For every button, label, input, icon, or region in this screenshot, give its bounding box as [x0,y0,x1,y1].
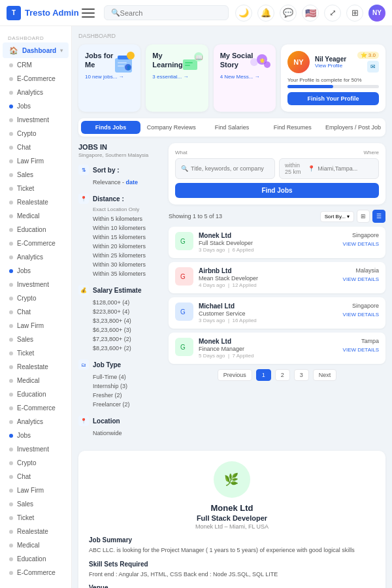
job-card[interactable]: G Airbnb Ltd Mean Stack Developer 4 Days… [169,262,385,293]
sidebar-item-ticket-2[interactable]: Ticket [3,346,69,360]
sidebar-item-analytics-1[interactable]: Analytics [3,86,69,99]
sidebar-item-analytics-3[interactable]: Analytics [3,415,69,429]
sidebar-item-education-2[interactable]: Education [3,387,69,401]
sidebar-item-sales-1[interactable]: Sales [3,168,69,182]
sidebar-item-jobs-1[interactable]: Jobs [3,99,69,113]
what-input[interactable] [191,165,269,172]
view-details-link[interactable]: VIEW DETAILS [343,241,379,247]
sidebar-item-jobs-2[interactable]: Jobs [3,264,69,278]
hamburger-button[interactable] [79,4,97,22]
where-input[interactable] [318,165,373,172]
salary-opt-6[interactable]: $8,23,600+ (2) [78,344,163,353]
sidebar-item-medical-2[interactable]: Medical [3,374,69,387]
find-jobs-button[interactable]: Find Jobs [175,183,379,198]
tab-find-salaries[interactable]: Find Salaries [203,121,262,134]
page-2-button[interactable]: 2 [275,369,290,381]
expand-button[interactable]: ⤢ [324,5,341,22]
search-box[interactable]: 🔍 [104,5,229,20]
user-avatar[interactable]: NY [368,5,385,22]
location-opt-1[interactable]: Nationwide [78,429,163,438]
sidebar-item-chat-2[interactable]: Chat [3,305,69,319]
sort-option-relevance[interactable]: Relevance - date [78,178,163,187]
salary-opt-4[interactable]: $6,23,600+ (3) [78,325,163,335]
sidebar-item-education-1[interactable]: Education [3,223,69,237]
sidebar-item-chat-1[interactable]: Chat [3,140,69,154]
tab-finds-jobs[interactable]: Finds Jobs [81,121,140,134]
jobtype-opt-1[interactable]: Full-Time (4) [78,372,163,382]
sidebar-item-crypto-1[interactable]: Crypto [3,127,69,140]
sidebar-item-crypto-2[interactable]: Crypto [3,291,69,305]
list-view-button[interactable]: ☰ [372,210,385,223]
distance-opt-5[interactable]: Within 25 kilometers [78,251,163,260]
sidebar-item-lawfirm-2[interactable]: Law Firm [3,319,69,333]
my-social-story-card[interactable]: My Social Story 4 New Mess... → 🌟 [214,44,276,112]
job-card[interactable]: G Michael Ltd Customer Service 3 Days ag… [169,297,385,329]
sidebar-item-investment-1[interactable]: Investment [3,113,69,127]
page-1-button[interactable]: 1 [256,369,271,381]
salary-opt-1[interactable]: $128,000+ (4) [78,298,163,307]
jobs-for-me-card[interactable]: Jobs for Me 10 new jobs... → 👤 [78,44,140,112]
job-card[interactable]: G Monek Ltd Finance Manager 5 Days ago |… [169,333,385,364]
profile-view-link[interactable]: View Profile [315,63,346,69]
language-selector[interactable]: 🇺🇸 [302,5,319,22]
sidebar-item-sales-2[interactable]: Sales [3,333,69,346]
sidebar-item-medical-3[interactable]: Medical [3,538,69,552]
my-learning-card[interactable]: My Learning 3 essential... → 📖 [146,44,208,112]
tab-company-reviews[interactable]: Company Reviews [142,121,201,134]
notifications-button[interactable]: 🔔 [257,5,274,22]
sidebar-item-ticket-3[interactable]: Ticket [3,511,69,525]
page-3-button[interactable]: 3 [294,369,309,381]
sort-button[interactable]: Sort By... ▾ [320,211,354,222]
sidebar-item-crm[interactable]: CRM [3,58,69,72]
sidebar-item-investment-3[interactable]: Investment [3,442,69,456]
distance-opt-7[interactable]: Within 35 kilometers [78,269,163,278]
grid-view-button[interactable]: ⊞ [357,210,370,223]
sidebar-item-chat-3[interactable]: Chat [3,470,69,483]
next-page-button[interactable]: Next [313,369,337,381]
sidebar-item-realestate-3[interactable]: Realestate [3,525,69,538]
tab-find-resumes[interactable]: Find Resumes [263,121,322,134]
sidebar-item-realestate-1[interactable]: Realestate [3,195,69,209]
jobtype-opt-4[interactable]: Freelancer (2) [78,400,163,409]
grid-button[interactable]: ⊞ [346,5,363,22]
salary-opt-2[interactable]: $223,800+ (4) [78,307,163,316]
theme-toggle-button[interactable]: 🌙 [235,5,252,22]
sidebar-item-ecommerce-3[interactable]: E-Commerce [3,401,69,415]
distance-opt-6[interactable]: Within 30 kilometers [78,260,163,269]
finish-profile-button[interactable]: Finish Your Profile [287,92,379,105]
sidebar-item-education-3[interactable]: Education [3,552,69,566]
tab-employers-post[interactable]: Employers / Post Job [323,121,383,134]
what-search-field[interactable]: 🔍 [175,158,275,179]
job-card[interactable]: G Monek Ltd Full Stack Developer 3 Days … [169,227,385,258]
sidebar-item-ecommerce-2[interactable]: E-Commerce [3,237,69,250]
sidebar-item-ecommerce-4[interactable]: E-Commerce [3,566,69,580]
distance-opt-1[interactable]: Within 5 kilometers [78,214,163,223]
sidebar-item-sales-3[interactable]: Sales [3,497,69,511]
sidebar-item-dashboard[interactable]: 🏠 Dashboard ▾ [3,42,69,58]
jobtype-opt-2[interactable]: Internship (3) [78,382,163,391]
sidebar-item-medical-1[interactable]: Medical [3,209,69,223]
sidebar-item-jobs-3[interactable]: Jobs [3,429,69,442]
jobtype-opt-3[interactable]: Fresher (2) [78,391,163,400]
salary-opt-5[interactable]: $7,23,800+ (2) [78,335,163,344]
search-input[interactable] [120,9,221,17]
view-details-link[interactable]: VIEW DETAILS [343,312,379,318]
distance-opt-3[interactable]: Within 15 kilometers [78,233,163,242]
sidebar-item-crypto-3[interactable]: Crypto [3,456,69,470]
sidebar-item-ecommerce-1[interactable]: E-Commerce [3,72,69,86]
sidebar-item-investment-2[interactable]: Investment [3,278,69,291]
view-details-link[interactable]: VIEW DETAILS [343,347,379,353]
sidebar-item-realestate-2[interactable]: Realestate [3,360,69,374]
prev-page-button[interactable]: Previous [218,369,252,381]
sidebar-item-lawfirm-3[interactable]: Law Firm [3,483,69,497]
message-icon[interactable]: ✉ [367,61,379,73]
sidebar-item-analytics-2[interactable]: Analytics [3,250,69,264]
view-details-link[interactable]: VIEW DETAILS [343,276,379,282]
where-search-field[interactable]: within 25 km 📍 [279,158,379,179]
salary-opt-3[interactable]: $3,23,800+ (4) [78,316,163,325]
messages-button[interactable]: 💬 [280,5,297,22]
sidebar-item-ticket-1[interactable]: Ticket [3,182,69,195]
sidebar-item-lawfirm-1[interactable]: Law Firm [3,154,69,168]
distance-opt-2[interactable]: Within 10 kilometers [78,223,163,233]
distance-opt-4[interactable]: Within 20 kilometers [78,242,163,251]
